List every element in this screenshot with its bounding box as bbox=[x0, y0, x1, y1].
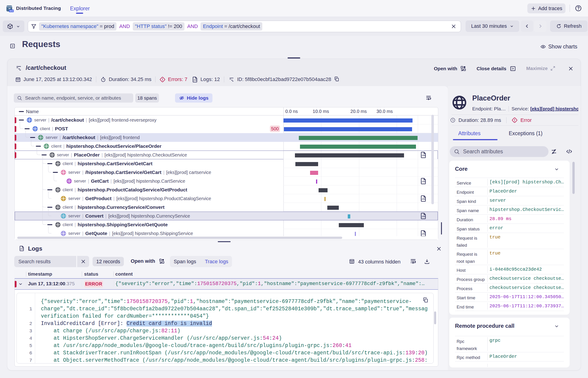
svg-text:LOG: LOG bbox=[421, 154, 425, 157]
svg-text:LOG: LOG bbox=[421, 180, 425, 183]
svg-text:LOG: LOG bbox=[421, 215, 425, 217]
svg-text:LOG: LOG bbox=[193, 79, 196, 81]
svg-text:LOG: LOG bbox=[20, 248, 23, 250]
svg-text:LOG: LOG bbox=[421, 233, 425, 235]
svg-text:LOG: LOG bbox=[421, 198, 425, 200]
svg-text:NEW: NEW bbox=[9, 10, 13, 12]
